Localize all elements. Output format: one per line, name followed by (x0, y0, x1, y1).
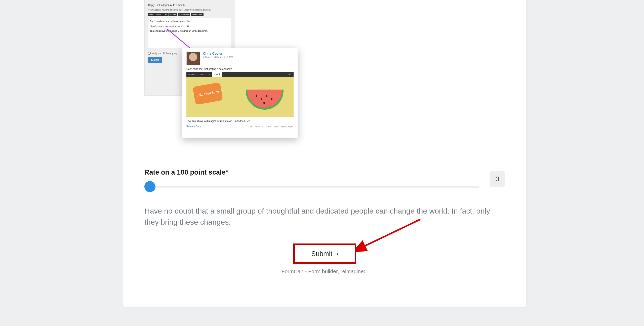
editor-box: Don't mind me, just getting a screenshot… (148, 18, 231, 48)
notify-label: Notify me of follow-up rep (152, 52, 177, 55)
toolbar-link: Link (162, 13, 169, 16)
quote-text: Have no doubt that a small group of thou… (144, 206, 505, 227)
pen-preview: Fake Fruit Shop (186, 77, 294, 117)
comment-tail: That link above will magically turn into… (186, 120, 294, 123)
tab-result: Result (212, 72, 223, 77)
comment-author: Chris Coyier (203, 52, 233, 55)
submit-button[interactable]: Submit › (300, 244, 350, 263)
slider-track (144, 186, 479, 188)
rate-slider[interactable] (144, 183, 479, 190)
pen-tabs: HTML CSS JS Result Edit (186, 72, 294, 77)
comment-card: Chris Coyier # MAY 9, 2014 AT 1:21 PM Do… (182, 48, 298, 138)
tab-html: HTML (186, 72, 197, 77)
toolbar-inline-code: Inline Code (178, 13, 190, 16)
submit-label: Submit (311, 250, 332, 258)
tab-css: CSS (197, 72, 206, 77)
format-toolbar: Bold Italic Link Quote Inline Code Block… (148, 13, 231, 16)
footer-text: FormCan - Form builder, reimagined. (281, 268, 368, 274)
reply-title: Reply To: Codepen Auto Embed? (148, 4, 231, 7)
toolbar-block-code: Block Code (191, 13, 204, 16)
editor-line: Don't mind me, just getting a screenshot… (150, 20, 229, 23)
comment-meta: # MAY 9, 2014 AT 1:21 PM (203, 56, 233, 59)
avatar (186, 52, 200, 65)
comment-body: Don't mind me, just getting a screenshot… (186, 68, 294, 70)
watermelon-icon (246, 90, 284, 111)
slider-thumb[interactable] (144, 181, 155, 192)
toolbar-bold: Bold (148, 13, 155, 16)
tab-edit: Edit (286, 72, 294, 77)
form-card: Reply To: Codepen Auto Embed? Your accou… (123, 0, 526, 307)
editor-line: That link above will magically turn into… (150, 29, 229, 33)
notify-input (148, 52, 151, 55)
price-tag: Fake Fruit Shop (193, 82, 223, 105)
small-submit-button: Submit (148, 57, 162, 63)
mod-links: Edit | Move | Split | Trash | Spam | Rep… (186, 125, 294, 128)
account-note: Your account has the ability to post unr… (148, 9, 231, 11)
toolbar-quote: Quote (169, 13, 177, 16)
illustration: Reply To: Codepen Auto Embed? Your accou… (144, 0, 305, 146)
rate-label: Rate on a 100 point scale* (144, 169, 505, 176)
feature-link: Feature Bury (186, 125, 201, 128)
editor-line: http://codepen.io/jonitrythall/pen/kzcnC (150, 25, 229, 28)
chevron-right-icon: › (336, 251, 338, 257)
toolbar-italic: Italic (155, 13, 162, 16)
tab-js: JS (205, 72, 212, 77)
rate-value: 0 (490, 171, 505, 187)
